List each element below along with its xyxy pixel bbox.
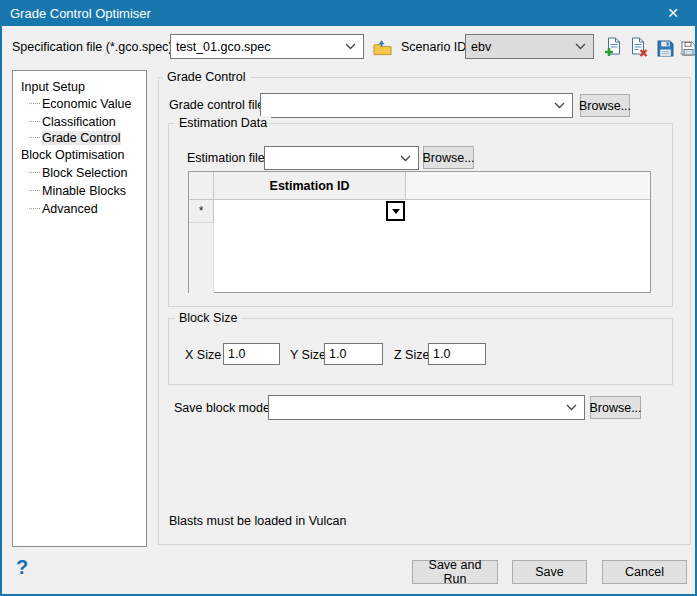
grade-control-group-label: Grade Control	[163, 70, 250, 84]
tree-item-label: Classification	[42, 115, 116, 129]
tree-connector	[29, 208, 40, 209]
column-header-estimation-id[interactable]: Estimation ID	[214, 172, 406, 200]
triangle-down-icon	[392, 209, 400, 214]
z-size-label: Z Size	[394, 348, 429, 362]
sidebar-item-classification[interactable]: Classification	[13, 113, 146, 130]
tree-item-label: Economic Value	[42, 97, 131, 111]
tree-item-label: Minable Blocks	[42, 184, 126, 198]
chevron-down-icon[interactable]	[345, 43, 363, 50]
save-icon	[657, 40, 674, 57]
sidebar-item-block-optimisation[interactable]: Block Optimisation	[13, 146, 146, 163]
save-and-run-button[interactable]: Save and Run	[412, 560, 498, 584]
grade-control-file-label: Grade control file	[169, 98, 264, 112]
tree-connector	[29, 190, 40, 191]
estimation-file-browse-button[interactable]: Browse...	[423, 146, 474, 169]
save-block-model-label: Save block model	[174, 401, 273, 415]
y-size-label: Y Size	[290, 348, 326, 362]
document-delete-icon	[630, 37, 648, 57]
chevron-down-icon[interactable]	[554, 102, 572, 109]
save-as-icon	[679, 39, 697, 57]
spec-file-label: Specification file (*.gco.spec)	[12, 40, 173, 54]
save-block-model-browse-button[interactable]: Browse...	[590, 396, 641, 419]
help-icon[interactable]: ?	[16, 556, 28, 579]
spec-file-combobox[interactable]: test_01.gco.spec	[170, 34, 364, 59]
sidebar-item-grade-control[interactable]: Grade Control	[13, 129, 146, 146]
estimation-file-combobox[interactable]	[264, 146, 419, 170]
table-corner-cell	[189, 172, 214, 200]
tree-item-label: Block Selection	[42, 166, 127, 180]
sidebar-item-block-selection[interactable]: Block Selection	[13, 164, 146, 181]
close-icon: ✕	[667, 5, 679, 21]
estimation-data-group-label: Estimation Data	[175, 116, 271, 130]
y-size-input[interactable]	[324, 343, 383, 365]
grade-control-file-browse-button[interactable]: Browse...	[580, 94, 630, 117]
estimation-id-cell[interactable]	[214, 200, 406, 223]
chevron-down-icon[interactable]	[566, 404, 584, 411]
folder-open-icon	[373, 38, 393, 57]
new-row-marker: *	[199, 204, 204, 218]
scenario-id-value: ebv	[471, 40, 575, 54]
x-size-label: X Size	[185, 348, 221, 362]
chevron-down-icon[interactable]	[400, 155, 418, 162]
dialog-grade-control-optimiser: Grade Control Optimiser ✕ Specification …	[0, 0, 697, 596]
sidebar-item-advanced[interactable]: Advanced	[13, 200, 146, 217]
sidebar-item-minable-blocks[interactable]: Minable Blocks	[13, 182, 146, 199]
save-spec-as-button[interactable]	[678, 38, 697, 58]
tree-item-label: Input Setup	[21, 80, 85, 94]
tree-connector	[29, 103, 40, 104]
save-button[interactable]: Save	[512, 560, 587, 584]
row-header-strip	[189, 223, 214, 293]
z-size-input[interactable]	[428, 343, 486, 365]
vulcan-note: Blasts must be loaded in Vulcan	[169, 514, 346, 528]
tree-connector	[29, 121, 40, 122]
estimation-table: Estimation ID *	[188, 171, 651, 293]
close-button[interactable]: ✕	[657, 2, 689, 24]
estimation-file-label: Estimation file	[187, 151, 265, 165]
save-spec-button[interactable]	[655, 38, 675, 58]
tree-connector	[29, 172, 40, 173]
new-row-header[interactable]: *	[189, 200, 214, 223]
document-add-icon	[604, 37, 622, 57]
tree-item-label: Advanced	[42, 202, 98, 216]
tree-item-label: Block Optimisation	[21, 148, 125, 162]
spec-file-value: test_01.gco.spec	[176, 40, 345, 54]
cell-dropdown-button[interactable]	[386, 201, 405, 221]
new-scenario-button[interactable]	[603, 37, 623, 57]
scenario-id-label: Scenario ID	[401, 40, 466, 54]
delete-scenario-button[interactable]	[629, 37, 649, 57]
scenario-id-combobox[interactable]: ebv	[465, 34, 594, 59]
tree-item-label: Grade Control	[42, 131, 121, 145]
sidebar-item-input-setup[interactable]: Input Setup	[13, 78, 146, 95]
cancel-button[interactable]: Cancel	[602, 560, 687, 584]
save-block-model-combobox[interactable]	[268, 395, 585, 420]
tree-connector	[29, 137, 40, 138]
block-size-group-label: Block Size	[175, 311, 241, 325]
open-folder-button[interactable]	[373, 37, 393, 57]
grade-control-file-combobox[interactable]	[260, 93, 573, 118]
window-title: Grade Control Optimiser	[0, 6, 151, 21]
sidebar-item-economic-value[interactable]: Economic Value	[13, 95, 146, 112]
chevron-down-icon[interactable]	[575, 43, 593, 50]
title-bar[interactable]: Grade Control Optimiser	[0, 0, 697, 26]
x-size-input[interactable]	[223, 343, 280, 365]
settings-tree: Input Setup Economic Value Classificatio…	[12, 70, 147, 547]
